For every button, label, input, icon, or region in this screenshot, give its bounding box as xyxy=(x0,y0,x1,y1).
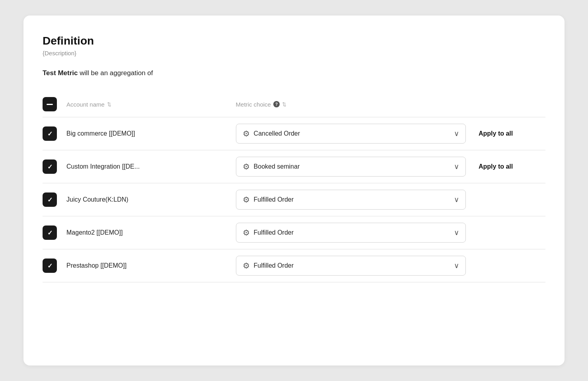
row-account-col: Juicy Couture(K:LDN) xyxy=(66,196,220,203)
apply-to-all-button-2[interactable]: Apply to all xyxy=(479,163,513,170)
metric-select-inner: ⚙ Fulfilled Order xyxy=(243,228,294,237)
row-metric-col: ⚙ Booked seminar ∨ xyxy=(220,157,466,177)
gear-icon: ⚙ xyxy=(243,129,250,138)
metric-info-icon[interactable]: ? xyxy=(273,101,280,107)
chevron-down-icon: ∨ xyxy=(454,261,459,270)
row-account-col: Prestashop [[DEMO]] xyxy=(66,262,220,269)
metric-select-dropdown-4[interactable]: ⚙ Fulfilled Order ∨ xyxy=(236,223,466,243)
table-row: ✓ Custom Integration [[DE... ⚙ Booked se… xyxy=(43,150,545,183)
apply-to-all-button-1[interactable]: Apply to all xyxy=(479,130,513,137)
chevron-down-icon: ∨ xyxy=(454,228,459,237)
account-header-label: Account name ⇅ xyxy=(66,101,220,108)
account-name-text: Magento2 [[DEMO]] xyxy=(66,229,123,236)
metric-name: Test Metric xyxy=(43,69,78,77)
metric-select-dropdown-5[interactable]: ⚙ Fulfilled Order ∨ xyxy=(236,256,466,276)
account-label-text: Account name xyxy=(66,101,105,108)
metric-choice-label: Fulfilled Order xyxy=(254,196,294,203)
table-row: ✓ Prestashop [[DEMO]] ⚙ Fulfilled Order … xyxy=(43,249,545,282)
table-body: ✓ Big commerce [[DEMO]] ⚙ Cancelled Orde… xyxy=(43,117,545,282)
chevron-down-icon: ∨ xyxy=(454,129,459,138)
row-check-col: ✓ xyxy=(43,225,66,240)
row-action-col: Apply to all xyxy=(466,163,545,170)
header-metric-col: Metric choice ? ⇅ xyxy=(220,101,466,108)
row-check-col: ✓ xyxy=(43,192,66,207)
section-description: {Description} xyxy=(43,50,545,56)
chevron-down-icon: ∨ xyxy=(454,195,459,204)
checkmark-icon: ✓ xyxy=(47,229,53,237)
row-check-col: ✓ xyxy=(43,159,66,174)
gear-icon: ⚙ xyxy=(243,195,250,204)
metric-select-dropdown-2[interactable]: ⚙ Booked seminar ∨ xyxy=(236,157,466,177)
table-header: Account name ⇅ Metric choice ? ⇅ xyxy=(43,93,545,117)
definition-card: Definition {Description} Test Metric wil… xyxy=(23,16,565,365)
row-metric-col: ⚙ Fulfilled Order ∨ xyxy=(220,256,466,276)
gear-icon: ⚙ xyxy=(243,261,250,270)
row-metric-col: ⚙ Cancelled Order ∨ xyxy=(220,124,466,144)
checkmark-icon: ✓ xyxy=(47,163,53,171)
metric-choice-label: Fulfilled Order xyxy=(254,262,294,269)
row-checkbox-2[interactable]: ✓ xyxy=(43,159,57,174)
metric-select-inner: ⚙ Booked seminar xyxy=(243,162,300,171)
metric-header-label: Metric choice ? ⇅ xyxy=(236,101,466,108)
accounts-table: Account name ⇅ Metric choice ? ⇅ ✓ xyxy=(43,93,545,282)
row-metric-col: ⚙ Fulfilled Order ∨ xyxy=(220,190,466,210)
account-name-text: Juicy Couture(K:LDN) xyxy=(66,196,129,203)
metric-label-text: Metric choice xyxy=(236,101,271,108)
row-checkbox-3[interactable]: ✓ xyxy=(43,192,57,207)
row-checkbox-1[interactable]: ✓ xyxy=(43,126,57,141)
row-checkbox-4[interactable]: ✓ xyxy=(43,225,57,240)
row-check-col: ✓ xyxy=(43,126,66,141)
metric-choice-label: Cancelled Order xyxy=(254,130,300,137)
gear-icon: ⚙ xyxy=(243,162,250,171)
checkmark-icon: ✓ xyxy=(47,196,53,204)
metric-select-dropdown-3[interactable]: ⚙ Fulfilled Order ∨ xyxy=(236,190,466,210)
section-title: Definition xyxy=(43,35,545,47)
row-metric-col: ⚙ Fulfilled Order ∨ xyxy=(220,223,466,243)
header-account-col: Account name ⇅ xyxy=(66,101,220,108)
row-action-col: Apply to all xyxy=(466,130,545,137)
chevron-down-icon: ∨ xyxy=(454,162,459,171)
metric-sort-icon[interactable]: ⇅ xyxy=(282,102,286,107)
deselect-all-button[interactable] xyxy=(43,97,57,111)
metric-choice-label: Booked seminar xyxy=(254,163,300,170)
account-name-text: Big commerce [[DEMO]] xyxy=(66,130,135,137)
checkmark-icon: ✓ xyxy=(47,262,53,270)
account-name-text: Custom Integration [[DE... xyxy=(66,163,140,170)
checkmark-icon: ✓ xyxy=(47,130,53,138)
table-row: ✓ Juicy Couture(K:LDN) ⚙ Fulfilled Order… xyxy=(43,183,545,216)
header-check-col xyxy=(43,97,66,111)
aggregation-text-suffix: will be an aggregation of xyxy=(80,69,153,77)
metric-select-dropdown-1[interactable]: ⚙ Cancelled Order ∨ xyxy=(236,124,466,144)
table-row: ✓ Big commerce [[DEMO]] ⚙ Cancelled Orde… xyxy=(43,117,545,150)
account-sort-icon[interactable]: ⇅ xyxy=(107,102,111,107)
row-check-col: ✓ xyxy=(43,259,66,273)
aggregation-text: Test Metric will be an aggregation of xyxy=(43,69,545,77)
row-account-col: Magento2 [[DEMO]] xyxy=(66,229,220,236)
account-name-text: Prestashop [[DEMO]] xyxy=(66,262,127,269)
row-account-col: Custom Integration [[DE... xyxy=(66,163,220,170)
metric-choice-label: Fulfilled Order xyxy=(254,229,294,236)
metric-select-inner: ⚙ Fulfilled Order xyxy=(243,195,294,204)
table-row: ✓ Magento2 [[DEMO]] ⚙ Fulfilled Order ∨ xyxy=(43,216,545,249)
metric-select-inner: ⚙ Cancelled Order xyxy=(243,129,300,138)
row-account-col: Big commerce [[DEMO]] xyxy=(66,130,220,137)
gear-icon: ⚙ xyxy=(243,228,250,237)
row-checkbox-5[interactable]: ✓ xyxy=(43,259,57,273)
metric-select-inner: ⚙ Fulfilled Order xyxy=(243,261,294,270)
